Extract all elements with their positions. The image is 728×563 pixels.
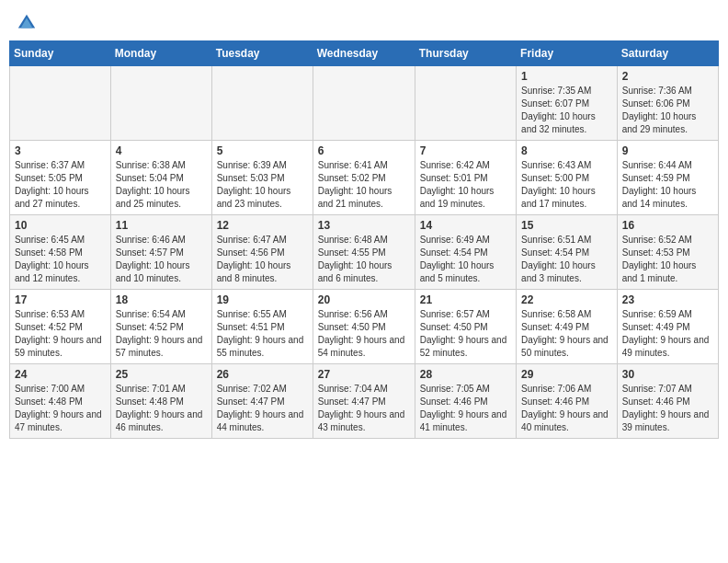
day-number: 13 [318, 219, 410, 232]
day-info: Sunrise: 6:58 AM Sunset: 4:49 PM Dayligh… [521, 308, 612, 360]
day-number: 30 [622, 368, 713, 381]
calendar-cell: 23Sunrise: 6:59 AM Sunset: 4:49 PM Dayli… [617, 290, 718, 364]
day-info: Sunrise: 7:04 AM Sunset: 4:47 PM Dayligh… [318, 383, 410, 434]
calendar-wrapper: SundayMondayTuesdayWednesdayThursdayFrid… [0, 40, 728, 448]
calendar-cell [10, 66, 111, 141]
day-info: Sunrise: 6:49 AM Sunset: 4:54 PM Dayligh… [420, 234, 511, 285]
calendar-cell: 5Sunrise: 6:39 AM Sunset: 5:03 PM Daylig… [211, 141, 313, 215]
day-info: Sunrise: 6:39 AM Sunset: 5:03 PM Dayligh… [217, 159, 308, 211]
day-info: Sunrise: 6:37 AM Sunset: 5:05 PM Dayligh… [15, 159, 106, 211]
calendar-cell [415, 66, 516, 141]
day-info: Sunrise: 6:48 AM Sunset: 4:55 PM Dayligh… [318, 234, 410, 285]
calendar-header-sunday: Sunday [10, 41, 111, 66]
calendar-cell: 13Sunrise: 6:48 AM Sunset: 4:55 PM Dayli… [313, 215, 415, 290]
calendar-week-2: 3Sunrise: 6:37 AM Sunset: 5:05 PM Daylig… [10, 141, 719, 215]
day-number: 1 [521, 70, 612, 83]
calendar-cell: 27Sunrise: 7:04 AM Sunset: 4:47 PM Dayli… [313, 364, 415, 439]
calendar-cell: 21Sunrise: 6:57 AM Sunset: 4:50 PM Dayli… [415, 290, 516, 364]
day-number: 15 [521, 219, 612, 232]
calendar-table: SundayMondayTuesdayWednesdayThursdayFrid… [9, 40, 719, 439]
day-number: 23 [622, 293, 713, 306]
day-number: 11 [116, 219, 207, 232]
calendar-cell: 7Sunrise: 6:42 AM Sunset: 5:01 PM Daylig… [415, 141, 516, 215]
calendar-header-wednesday: Wednesday [313, 41, 415, 66]
day-number: 4 [116, 144, 207, 157]
day-info: Sunrise: 6:42 AM Sunset: 5:01 PM Dayligh… [420, 159, 511, 211]
day-info: Sunrise: 6:38 AM Sunset: 5:04 PM Dayligh… [116, 159, 207, 211]
calendar-cell [211, 66, 313, 141]
day-info: Sunrise: 7:05 AM Sunset: 4:46 PM Dayligh… [420, 383, 511, 434]
calendar-cell: 1Sunrise: 7:35 AM Sunset: 6:07 PM Daylig… [517, 66, 618, 141]
calendar-cell: 25Sunrise: 7:01 AM Sunset: 4:48 PM Dayli… [110, 364, 211, 439]
calendar-week-4: 17Sunrise: 6:53 AM Sunset: 4:52 PM Dayli… [10, 290, 719, 364]
day-number: 25 [116, 368, 207, 381]
day-number: 8 [521, 144, 612, 157]
day-number: 21 [420, 293, 511, 306]
day-info: Sunrise: 6:57 AM Sunset: 4:50 PM Dayligh… [420, 308, 511, 360]
calendar-cell: 8Sunrise: 6:43 AM Sunset: 5:00 PM Daylig… [517, 141, 618, 215]
day-info: Sunrise: 6:54 AM Sunset: 4:52 PM Dayligh… [116, 308, 207, 360]
day-number: 10 [15, 219, 106, 232]
day-info: Sunrise: 7:35 AM Sunset: 6:07 PM Dayligh… [521, 85, 612, 136]
calendar-cell: 30Sunrise: 7:07 AM Sunset: 4:46 PM Dayli… [617, 364, 718, 439]
logo-icon [17, 13, 37, 33]
calendar-week-3: 10Sunrise: 6:45 AM Sunset: 4:58 PM Dayli… [10, 215, 719, 290]
day-number: 27 [318, 368, 410, 381]
day-number: 6 [318, 144, 410, 157]
calendar-cell: 17Sunrise: 6:53 AM Sunset: 4:52 PM Dayli… [10, 290, 111, 364]
calendar-header-monday: Monday [110, 41, 211, 66]
calendar-header-row: SundayMondayTuesdayWednesdayThursdayFrid… [10, 41, 719, 66]
calendar-cell: 14Sunrise: 6:49 AM Sunset: 4:54 PM Dayli… [415, 215, 516, 290]
day-info: Sunrise: 6:43 AM Sunset: 5:00 PM Dayligh… [521, 159, 612, 211]
calendar-cell [110, 66, 211, 141]
day-number: 7 [420, 144, 511, 157]
day-number: 16 [622, 219, 713, 232]
logo [17, 13, 40, 33]
day-number: 22 [521, 293, 612, 306]
calendar-header-tuesday: Tuesday [211, 41, 313, 66]
calendar-cell: 24Sunrise: 7:00 AM Sunset: 4:48 PM Dayli… [10, 364, 111, 439]
calendar-cell: 6Sunrise: 6:41 AM Sunset: 5:02 PM Daylig… [313, 141, 415, 215]
calendar-cell: 12Sunrise: 6:47 AM Sunset: 4:56 PM Dayli… [211, 215, 313, 290]
day-number: 17 [15, 293, 106, 306]
day-info: Sunrise: 7:02 AM Sunset: 4:47 PM Dayligh… [217, 383, 308, 434]
day-info: Sunrise: 7:01 AM Sunset: 4:48 PM Dayligh… [116, 383, 207, 434]
calendar-cell: 15Sunrise: 6:51 AM Sunset: 4:54 PM Dayli… [517, 215, 618, 290]
calendar-cell: 9Sunrise: 6:44 AM Sunset: 4:59 PM Daylig… [617, 141, 718, 215]
calendar-cell: 28Sunrise: 7:05 AM Sunset: 4:46 PM Dayli… [415, 364, 516, 439]
calendar-header-friday: Friday [517, 41, 618, 66]
calendar-cell: 11Sunrise: 6:46 AM Sunset: 4:57 PM Dayli… [110, 215, 211, 290]
day-number: 5 [217, 144, 308, 157]
day-info: Sunrise: 6:46 AM Sunset: 4:57 PM Dayligh… [116, 234, 207, 285]
day-number: 2 [622, 70, 713, 83]
calendar-header-saturday: Saturday [617, 41, 718, 66]
day-info: Sunrise: 6:45 AM Sunset: 4:58 PM Dayligh… [15, 234, 106, 285]
day-number: 12 [217, 219, 308, 232]
day-number: 26 [217, 368, 308, 381]
calendar-cell: 10Sunrise: 6:45 AM Sunset: 4:58 PM Dayli… [10, 215, 111, 290]
calendar-cell: 4Sunrise: 6:38 AM Sunset: 5:04 PM Daylig… [110, 141, 211, 215]
day-info: Sunrise: 6:41 AM Sunset: 5:02 PM Dayligh… [318, 159, 410, 211]
calendar-cell: 26Sunrise: 7:02 AM Sunset: 4:47 PM Dayli… [211, 364, 313, 439]
calendar-week-1: 1Sunrise: 7:35 AM Sunset: 6:07 PM Daylig… [10, 66, 719, 141]
calendar-cell: 19Sunrise: 6:55 AM Sunset: 4:51 PM Dayli… [211, 290, 313, 364]
day-number: 9 [622, 144, 713, 157]
calendar-cell: 16Sunrise: 6:52 AM Sunset: 4:53 PM Dayli… [617, 215, 718, 290]
calendar-cell: 29Sunrise: 7:06 AM Sunset: 4:46 PM Dayli… [517, 364, 618, 439]
calendar-cell: 18Sunrise: 6:54 AM Sunset: 4:52 PM Dayli… [110, 290, 211, 364]
day-number: 24 [15, 368, 106, 381]
day-number: 28 [420, 368, 511, 381]
day-number: 18 [116, 293, 207, 306]
calendar-week-5: 24Sunrise: 7:00 AM Sunset: 4:48 PM Dayli… [10, 364, 719, 439]
day-number: 29 [521, 368, 612, 381]
day-info: Sunrise: 6:47 AM Sunset: 4:56 PM Dayligh… [217, 234, 308, 285]
day-info: Sunrise: 6:44 AM Sunset: 4:59 PM Dayligh… [622, 159, 713, 211]
day-info: Sunrise: 6:53 AM Sunset: 4:52 PM Dayligh… [15, 308, 106, 360]
day-number: 20 [318, 293, 410, 306]
day-info: Sunrise: 6:56 AM Sunset: 4:50 PM Dayligh… [318, 308, 410, 360]
day-info: Sunrise: 6:59 AM Sunset: 4:49 PM Dayligh… [622, 308, 713, 360]
calendar-cell: 3Sunrise: 6:37 AM Sunset: 5:05 PM Daylig… [10, 141, 111, 215]
calendar-cell [313, 66, 415, 141]
day-info: Sunrise: 6:51 AM Sunset: 4:54 PM Dayligh… [521, 234, 612, 285]
day-info: Sunrise: 7:07 AM Sunset: 4:46 PM Dayligh… [622, 383, 713, 434]
